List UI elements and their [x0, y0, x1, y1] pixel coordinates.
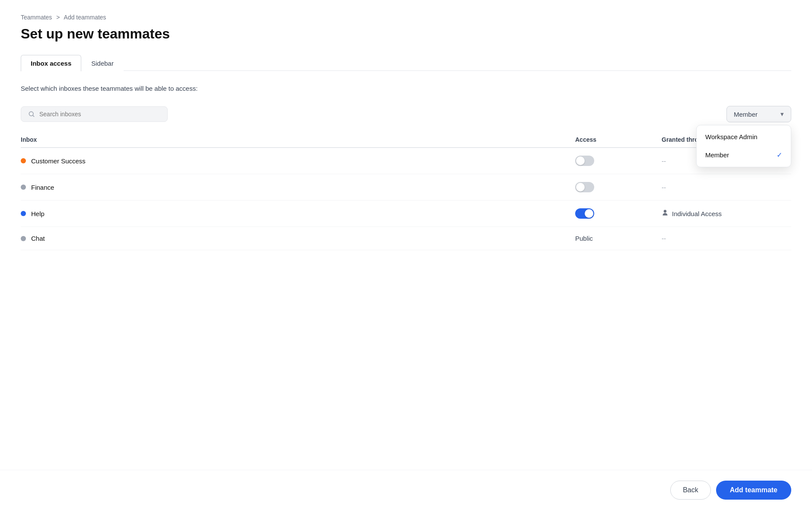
table-row: Chat Public --: [21, 227, 791, 250]
inbox-name-chat: Chat: [21, 235, 575, 242]
member-selected-label: Member: [734, 111, 758, 118]
toggle-finance[interactable]: [575, 182, 594, 192]
toggle-knob: [576, 183, 585, 191]
dot-icon-blue: [21, 211, 26, 216]
toggle-knob: [585, 209, 593, 218]
table-header: Inbox Access Granted through i: [21, 133, 791, 148]
add-teammate-button[interactable]: Add teammate: [716, 481, 791, 500]
table-row: Finance --: [21, 174, 791, 201]
tab-inbox-access[interactable]: Inbox access: [21, 55, 81, 71]
search-box[interactable]: [21, 106, 168, 122]
dot-icon-gray: [21, 236, 26, 241]
breadcrumb-separator: >: [56, 14, 60, 21]
granted-finance: --: [662, 184, 791, 191]
dot-icon-orange: [21, 158, 26, 163]
toggle-knob: [576, 156, 585, 165]
col-header-access: Access: [575, 136, 662, 143]
inbox-name-customer-success: Customer Success: [21, 157, 575, 165]
member-dropdown-wrapper: Member ▾ Workspace Admin Member ✓: [726, 106, 791, 122]
toggle-customer-success[interactable]: [575, 156, 594, 166]
table-row: Help Individual Access: [21, 201, 791, 227]
col-header-inbox: Inbox: [21, 136, 575, 143]
access-toggle-help[interactable]: [575, 208, 662, 219]
breadcrumb: Teammates > Add teammates: [21, 14, 791, 21]
granted-chat: --: [662, 235, 791, 242]
dropdown-item-member[interactable]: Member ✓: [697, 146, 791, 164]
inbox-name-finance: Finance: [21, 184, 575, 191]
table-row: Customer Success --: [21, 148, 791, 174]
check-icon: ✓: [777, 151, 782, 159]
section-description: Select which inboxes these teammates wil…: [21, 85, 791, 92]
page-container: Teammates > Add teammates Set up new tea…: [0, 0, 812, 510]
granted-help: Individual Access: [662, 209, 791, 218]
chevron-down-icon: ▾: [780, 110, 784, 118]
search-input[interactable]: [39, 111, 160, 118]
footer: Back Add teammate: [0, 470, 812, 510]
access-toggle-customer-success[interactable]: [575, 156, 662, 166]
member-dropdown-menu: Workspace Admin Member ✓: [696, 125, 791, 167]
controls-row: Member ▾ Workspace Admin Member ✓: [21, 106, 791, 122]
search-icon: [28, 111, 35, 118]
toggle-help[interactable]: [575, 208, 594, 219]
access-toggle-finance[interactable]: [575, 182, 662, 192]
tab-sidebar[interactable]: Sidebar: [81, 55, 124, 71]
member-dropdown-button[interactable]: Member ▾: [726, 106, 791, 122]
back-button[interactable]: Back: [670, 481, 711, 500]
person-icon: [662, 209, 669, 218]
page-title: Set up new teammates: [21, 26, 791, 42]
inbox-table: Inbox Access Granted through i Customer …: [21, 133, 791, 250]
inbox-name-help: Help: [21, 210, 575, 217]
breadcrumb-current: Add teammates: [64, 14, 106, 21]
breadcrumb-parent[interactable]: Teammates: [21, 14, 52, 21]
dropdown-item-workspace-admin[interactable]: Workspace Admin: [697, 128, 791, 146]
access-text-chat: Public: [575, 235, 662, 242]
tabs-container: Inbox access Sidebar: [21, 54, 791, 71]
dot-icon-gray: [21, 185, 26, 190]
